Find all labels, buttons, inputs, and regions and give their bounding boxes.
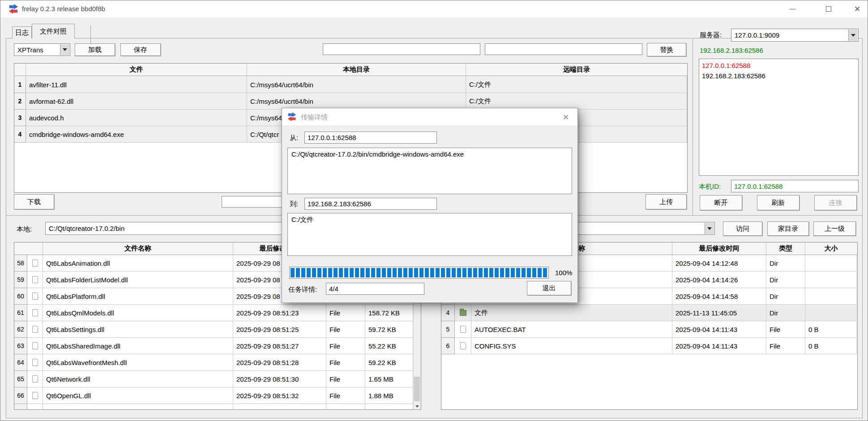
dialog-title-bar[interactable]: 传输详情 ✕ [282,108,577,125]
app-logo-icon [9,4,18,14]
source-path-textarea[interactable]: C:/Qt/qtcreator-17.0.2/bin/cmdbridge-win… [287,148,572,194]
icon-cell [27,255,43,272]
local-file-row[interactable]: 63Qt6LabsSharedImage.dll2025-09-29 08:51… [14,338,413,354]
header-modified-time[interactable]: 最后修改时间 [672,242,766,255]
header-file-name[interactable]: 文件名称 [43,242,233,255]
local-file-row[interactable]: 66Qt6OpenGL.dll2025-09-29 08:51:32File1.… [14,387,413,404]
client-list[interactable]: 127.0.0.1:62588192.168.2.183:62586 [699,59,859,176]
row-number: 1 [14,77,26,93]
modified-time-cell: 2025-09-29 08:51:23 [233,305,326,321]
profile-combobox[interactable]: XPTrans [14,43,70,56]
type-cell: File [326,387,365,404]
file-icon [32,309,38,316]
type-cell: File [326,321,365,338]
file-name-cell: AUTOEXEC.BAT [471,321,672,338]
minimize-button[interactable] [782,0,803,17]
header-size[interactable]: 大小 [805,242,857,255]
icon-cell [27,404,43,410]
local-file-row[interactable] [14,404,413,410]
exit-button[interactable]: 退出 [527,281,571,295]
icon-cell [27,338,43,354]
download-button[interactable]: 下载 [14,194,54,209]
type-cell: Dir [766,288,805,305]
header-file[interactable]: 文件 [26,64,247,76]
disconnect-button[interactable]: 断开 [700,195,742,210]
size-cell: 55.22 KB [365,338,413,354]
icon-cell [27,354,43,371]
load-button[interactable]: 加载 [75,43,115,56]
scrollbar-thumb[interactable] [414,377,420,401]
server-combobox[interactable]: 127.0.0.1:9009 [731,29,859,42]
chevron-down-icon[interactable] [705,223,714,234]
progress-percent: 100% [555,269,572,276]
local-file-row[interactable]: 61Qt6LabsQmlModels.dll2025-09-29 08:51:2… [14,305,413,321]
maximize-button[interactable] [818,0,839,17]
dest-path-textarea[interactable]: C:/文件 [287,213,572,256]
file-name-cell: Qt6Network.dll [43,371,233,387]
modified-time-cell: 2025-09-04 14:12:48 [672,255,766,272]
local-file-row[interactable]: 64Qt6LabsWavefrontMesh.dll2025-09-29 08:… [14,354,413,371]
row-number: 6 [441,338,455,354]
folder-icon [460,310,466,316]
visit-button[interactable]: 访问 [723,221,762,236]
replace-input[interactable] [485,43,642,55]
icon-cell [27,288,43,305]
client-list-item[interactable]: 127.0.0.1:62588 [702,60,855,71]
header-remote-dir[interactable]: 远端目录 [466,64,687,76]
upload-button[interactable]: 上传 [646,194,687,209]
close-button[interactable]: ✕ [847,0,868,17]
save-button[interactable]: 保存 [120,43,161,56]
size-cell: 158.72 KB [365,305,413,321]
dialog-close-icon[interactable]: ✕ [560,112,571,122]
home-dir-button[interactable]: 家目录 [767,221,809,236]
icon-cell [455,305,471,321]
remote-file-row[interactable]: 6CONFIG.SYS2025-09-04 14:11:43File0 B [441,338,857,354]
header-local-dir[interactable]: 本地目录 [247,64,466,76]
file-cell: avfilter-11.dll [26,77,247,93]
type-cell [326,404,365,410]
file-name-cell: Qt6LabsQmlModels.dll [43,305,233,321]
compare-row[interactable]: 1avfilter-11.dllC:/msys64/ucrt64/binC:/文… [14,77,687,93]
size-cell [805,272,857,288]
scroll-down-icon[interactable] [414,403,421,410]
tab-log[interactable]: 日志 [12,26,32,38]
remote-file-row[interactable]: 5AUTOEXEC.BAT2025-09-04 14:11:43File0 B [441,321,857,338]
tab-file-compare[interactable]: 文件对照 [32,24,75,38]
file-name-cell: Qt6OpenGL.dll [43,387,233,404]
connect-button[interactable]: 连接 [814,195,857,210]
to-field[interactable] [304,198,437,210]
local-id-field[interactable] [731,180,859,192]
remote-file-row[interactable]: 4文件2025-11-13 11:45:05Dir [441,305,857,321]
row-number: 61 [14,305,27,321]
client-list-item[interactable]: 192.168.2.183:62586 [702,71,855,81]
local-file-row[interactable]: 65Qt6Network.dll2025-09-29 08:51:30File1… [14,371,413,387]
local-file-row[interactable]: 62Qt6LabsSettings.dll2025-09-29 08:51:25… [14,321,413,338]
file-icon [32,359,38,366]
icon-cell [27,387,43,404]
from-field[interactable] [304,132,437,144]
find-input[interactable] [323,43,480,55]
task-detail-field[interactable] [326,283,424,295]
compare-row[interactable]: 2avformat-62.dllC:/msys64/ucrt64/binC:/文… [14,93,687,110]
file-name-cell: Qt6LabsFolderListModel.dll [43,272,233,288]
icon-cell [27,371,43,387]
header-type[interactable]: 类型 [766,242,805,255]
local-path-label: 本地: [17,225,32,234]
modified-time-cell: 2025-11-13 11:45:05 [672,305,766,321]
file-icon [32,342,38,349]
progress-bar-fill [291,268,547,277]
file-icon [32,259,38,267]
modified-time-cell: 2025-09-29 08:51:30 [233,371,326,387]
chevron-down-icon[interactable] [60,44,69,55]
up-level-button[interactable]: 上一级 [813,221,856,236]
refresh-button[interactable]: 刷新 [757,195,800,210]
app-window: frelay 0.2.3 release bbd0f8b ✕ 日志 文件对照 X… [0,0,868,421]
chevron-down-icon[interactable] [848,30,858,41]
size-cell: 1.65 MB [365,371,413,387]
file-icon [32,326,38,333]
local-dir-cell: C:/msys64/ucrt64/bin [247,93,466,110]
file-name-cell: CONFIG.SYS [471,338,672,354]
replace-button[interactable]: 替换 [647,43,686,56]
header-corner [14,64,26,76]
icon-cell [27,272,43,288]
